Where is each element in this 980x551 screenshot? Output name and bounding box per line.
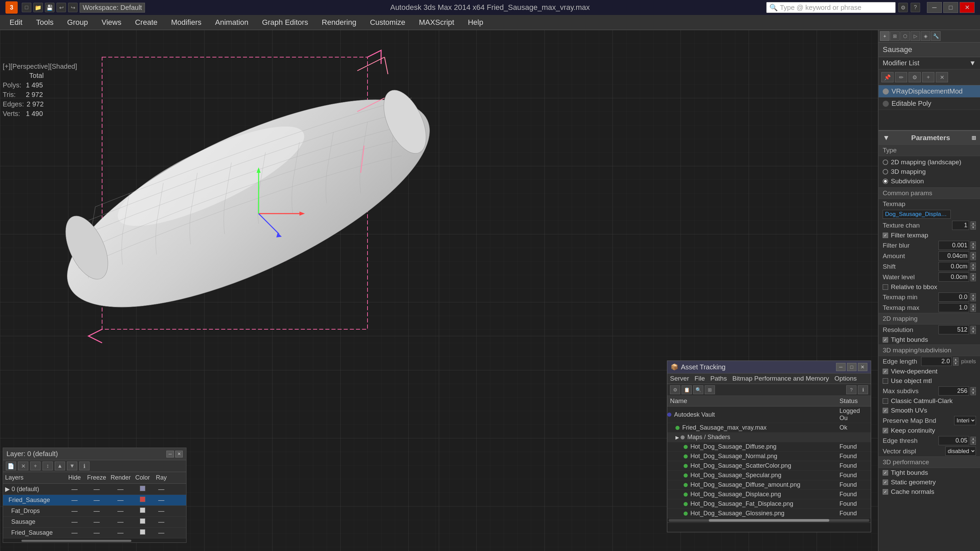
edge-thresh-down[interactable]: ▼ [970,441,976,445]
asset-row-glossines[interactable]: Hot_Dog_Sausage_Glossines.png Found [667,509,871,518]
menu-modifiers[interactable]: Modifiers [164,16,208,29]
menu-animation[interactable]: Animation [208,16,255,29]
water-level-up[interactable]: ▲ [970,273,976,277]
layer-panel-minimize[interactable]: ─ [166,451,174,457]
asset-row-fat-displace[interactable]: Hot_Dog_Sausage_Fat_Displace.png Found [667,499,871,509]
asset-tool-1[interactable]: ⚙ [670,385,680,394]
save-button[interactable]: 💾 [45,3,54,12]
layer-row-sausage[interactable]: Sausage ― ― ― ― [3,517,186,527]
asset-menu-file[interactable]: File [695,375,705,382]
menu-tools[interactable]: Tools [29,16,60,29]
water-level-down[interactable]: ▼ [970,277,976,281]
vector-displ-select[interactable]: disabled [945,446,976,456]
asset-minimize[interactable]: ─ [836,363,846,371]
smooth-uvs-checkbox[interactable] [883,408,888,413]
cache-normals-checkbox[interactable] [883,489,888,495]
asset-row-vault[interactable]: Autodesk Vault Logged Ou [667,407,871,423]
filter-blur-input[interactable] [939,241,969,250]
asset-row-diffuse-amount[interactable]: Hot_Dog_Sausage_Diffuse_amount.png Found [667,480,871,490]
help-btn[interactable]: ? [911,3,920,12]
panel-icon-utilities[interactable]: 🔧 [931,31,940,41]
asset-row-specular[interactable]: Hot_Dog_Sausage_Specular.png Found [667,471,871,480]
asset-tool-3[interactable]: 🔍 [693,385,703,394]
radio-3d-mapping[interactable]: 3D mapping [883,167,976,176]
asset-tool-4[interactable]: ⊞ [705,385,715,394]
resolution-input[interactable] [939,325,969,334]
layer-row-fried-sausage2[interactable]: Fried_Sausage ― ― ― ― [3,527,186,538]
asset-tool-2[interactable]: 📋 [682,385,692,394]
shift-input[interactable] [939,262,969,271]
texmap-name[interactable]: Dog_Sausage_Displace.png) [883,210,951,219]
modifier-editable-poly[interactable]: Editable Poly [878,98,980,110]
layer-panel-close[interactable]: ✕ [175,451,183,457]
texture-chan-down[interactable]: ▼ [970,225,976,230]
edge-length-down[interactable]: ▼ [953,362,959,366]
redo-button[interactable]: ↪ [68,3,78,12]
asset-scrollbar[interactable] [667,518,871,522]
mod-icon-add[interactable]: + [922,72,934,82]
amount-up[interactable]: ▲ [970,252,976,256]
resolution-up[interactable]: ▲ [970,326,976,330]
edge-thresh-up[interactable]: ▲ [970,437,976,441]
texmap-max-input[interactable] [939,303,969,312]
modifier-vray-displacement[interactable]: VRayDisplacementMod [878,86,980,98]
modifier-list-dropdown-arrow[interactable]: ▼ [969,59,976,67]
menu-views[interactable]: Views [95,16,128,29]
mod-icon-edit[interactable]: ✏ [895,72,907,82]
radio-subdivision[interactable]: Subdivision [883,176,976,186]
minimize-button[interactable]: ─ [927,2,942,13]
preserve-map-select[interactable]: Interi [954,416,976,425]
use-object-mtl-checkbox[interactable] [883,378,888,384]
static-geometry-checkbox[interactable] [883,480,888,485]
menu-graph-editors[interactable]: Graph Editors [255,16,315,29]
panel-icon-motion[interactable]: ▷ [911,31,920,41]
asset-info[interactable]: ℹ [858,385,868,394]
mod-icon-config[interactable]: ⚙ [908,72,921,82]
edge-length-input[interactable] [921,357,952,366]
tight-bounds-checkbox[interactable] [883,337,888,343]
resolution-down[interactable]: ▼ [970,330,976,334]
open-button[interactable]: 📁 [33,3,43,12]
max-subdivs-input[interactable] [939,386,969,395]
layer-tool-add[interactable]: + [30,462,40,470]
edge-thresh-input[interactable] [939,436,969,445]
menu-edit[interactable]: Edit [3,16,29,29]
menu-maxscript[interactable]: MAXScript [412,16,461,29]
asset-menu-bitmap[interactable]: Bitmap Performance and Memory [732,375,829,382]
layer-tool-info[interactable]: ℹ [79,462,89,470]
asset-row-maps-group[interactable]: ▶ Maps / Shaders [667,433,871,442]
params-collapse-icon[interactable]: ▼ [883,134,890,142]
layer-row-default[interactable]: ▶ 0 (default) ― ― ― ― [3,484,186,495]
max-subdivs-up[interactable]: ▲ [970,387,976,391]
asset-row-scatter[interactable]: Hot_Dog_Sausage_ScatterColor.png Found [667,461,871,471]
params-expand-icon[interactable]: ⊞ [972,135,976,141]
layer-row-fried-sausage[interactable]: Fried_Sausage ― ― ― ― [3,495,186,506]
mod-icon-delete[interactable]: ✕ [936,72,948,82]
layer-tool-delete[interactable]: ✕ [18,462,28,470]
new-button[interactable]: □ [22,3,31,12]
panel-icon-modify[interactable]: ⊞ [890,31,900,41]
texture-chan-up[interactable]: ▲ [970,221,976,225]
texmap-min-down[interactable]: ▼ [970,297,976,301]
asset-help[interactable]: ? [846,385,856,394]
menu-customize[interactable]: Customize [363,16,412,29]
layer-tool-select[interactable]: ↕ [43,462,53,470]
asset-menu-paths[interactable]: Paths [711,375,727,382]
relative-bbox-checkbox[interactable] [883,284,888,290]
texmap-max-down[interactable]: ▼ [970,308,976,312]
menu-create[interactable]: Create [128,16,164,29]
tight-bounds2-checkbox[interactable] [883,470,888,475]
search-box[interactable]: 🔍 Type @ keyword or phrase [766,2,896,13]
asset-menu-server[interactable]: Server [670,375,689,382]
texture-chan-input[interactable] [952,221,969,230]
asset-menu-options[interactable]: Options [834,375,856,382]
shift-down[interactable]: ▼ [970,267,976,271]
panel-icon-display[interactable]: ◈ [921,31,930,41]
menu-rendering[interactable]: Rendering [315,16,363,29]
view-dependent-checkbox[interactable] [883,369,888,374]
texmap-min-input[interactable] [939,292,969,302]
keep-continuity-checkbox[interactable] [883,428,888,433]
classic-catmull-checkbox[interactable] [883,398,888,404]
asset-row-diffuse[interactable]: Hot_Dog_Sausage_Diffuse.png Found [667,442,871,452]
panel-icon-hierarchy[interactable]: ⬡ [900,31,910,41]
